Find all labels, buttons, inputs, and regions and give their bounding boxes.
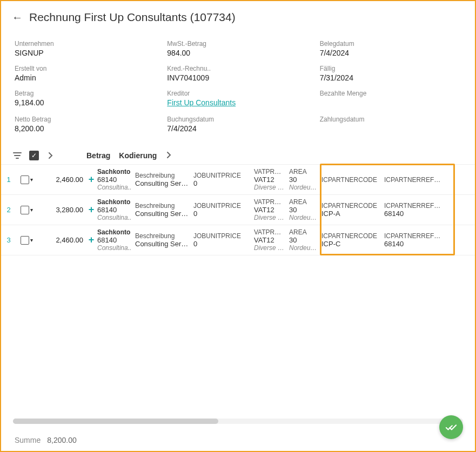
- table-row: 1 ▾ 2,460.00 + Sachkonto 68140 Consultin…: [1, 165, 475, 195]
- footer-sum: Summe 8,200.00: [1, 433, 475, 444]
- cell-description[interactable]: Beschreibung Consulting Servises: [135, 225, 193, 255]
- row-select: ▾: [16, 225, 37, 255]
- cell-area[interactable]: AREA 30 Nordeurop..: [289, 165, 321, 194]
- cell-account[interactable]: Sachkonto 68140 Consultina..: [97, 165, 135, 194]
- label-net: Netto Betrag: [15, 116, 156, 123]
- row-checkbox[interactable]: [21, 236, 29, 245]
- label-pay-date: Zahlungsdatum: [320, 116, 461, 123]
- cell-vatprod[interactable]: VATPROD.. VAT12 Diverse m..: [254, 225, 289, 255]
- label-doc-date: Belegdatum: [320, 40, 461, 48]
- label-company: Unternehmen: [15, 40, 156, 48]
- field-vat-amount: MwSt.-Betrag 984.00: [167, 40, 309, 57]
- value-amount: 9,184.00: [15, 98, 156, 107]
- add-line-button[interactable]: +: [85, 165, 97, 194]
- field-posting-date: Buchungsdatum 7/4/2024: [167, 116, 309, 134]
- cell-jobunitprice[interactable]: JOBUNITPRICE 0: [193, 195, 254, 225]
- cell-icpartnercode[interactable]: ICPARTNERCODE ICP-A: [321, 195, 384, 225]
- table-row: 2 ▾ 3,280.00 + Sachkonto 68140 Consultin…: [1, 195, 475, 225]
- sum-value: 8,200.00: [47, 436, 77, 444]
- cell-area[interactable]: AREA 30 Nordeurop..: [289, 225, 321, 255]
- value-vat-amount: 984.00: [167, 49, 309, 57]
- cell-icpartnerrefer[interactable]: ICPARTNERREFER... 68140: [384, 195, 448, 225]
- label-vat-amount: MwSt.-Betrag: [167, 40, 309, 48]
- header-amount: Betrag: [86, 151, 110, 160]
- filter-icon[interactable]: [12, 150, 23, 161]
- cell-icpartnercode[interactable]: ICPARTNERCODE: [321, 165, 384, 194]
- row-amount: 2,460.00: [37, 225, 85, 255]
- value-due: 7/31/2024: [320, 73, 461, 82]
- value-net: 8,200.00: [15, 124, 156, 133]
- row-checkbox[interactable]: [21, 176, 29, 184]
- row-caret-icon[interactable]: ▾: [30, 237, 33, 243]
- value-cred-inv: INV7041009: [167, 73, 309, 82]
- field-vendor: Kreditor First Up Consultants: [167, 90, 309, 108]
- cell-description[interactable]: Beschreibung Consulting Servises: [135, 195, 193, 225]
- cell-icpartnercode[interactable]: ICPARTNERCODE ICP-C: [321, 225, 384, 255]
- cell-area[interactable]: AREA 30 Nordeurop..: [289, 195, 321, 225]
- label-due: Fällig: [320, 65, 461, 72]
- cell-icpartnerrefer[interactable]: ICPARTNERREFER... 68140: [384, 225, 448, 255]
- label-paid-qty: Bezahlte Menge: [320, 90, 461, 97]
- add-line-button[interactable]: +: [85, 225, 97, 255]
- page-header: ← Rechnung First Up Consultants (107734): [1, 1, 475, 29]
- cell-jobunitprice[interactable]: JOBUNITPRICE 0: [193, 225, 254, 255]
- cell-description[interactable]: Beschreibung Consulting Servises: [135, 165, 193, 194]
- value-paid-qty: [320, 98, 461, 108]
- value-posting-date: 7/4/2024: [167, 124, 309, 133]
- field-created-by: Erstellt von Admin: [15, 65, 156, 82]
- field-amount: Betrag 9,184.00: [15, 90, 156, 108]
- add-line-button[interactable]: +: [85, 195, 97, 225]
- value-company: SIGNUP: [15, 49, 156, 57]
- row-amount: 3,280.00: [37, 195, 85, 225]
- value-created-by: Admin: [15, 73, 156, 82]
- select-all-checkbox[interactable]: ✓: [29, 151, 39, 160]
- value-pay-date: [320, 124, 461, 134]
- field-due: Fällig 7/31/2024: [320, 65, 461, 82]
- lines-grid: 1 ▾ 2,460.00 + Sachkonto 68140 Consultin…: [1, 165, 475, 255]
- scrollbar-thumb[interactable]: [13, 419, 218, 424]
- back-arrow-icon[interactable]: ←: [12, 11, 23, 24]
- cell-account[interactable]: Sachkonto 68140 Consultina..: [97, 225, 135, 255]
- row-number[interactable]: 2: [1, 195, 16, 225]
- horizontal-scrollbar[interactable]: [13, 419, 463, 424]
- row-caret-icon[interactable]: ▾: [30, 177, 33, 183]
- field-cred-inv: Kred.-Rechnu.. INV7041009: [167, 65, 309, 82]
- field-pay-date: Zahlungsdatum: [320, 116, 461, 134]
- cell-vatprod[interactable]: VATPROD.. VAT12 Diverse m..: [254, 195, 289, 225]
- coding-expand-icon[interactable]: [166, 151, 172, 160]
- field-doc-date: Belegdatum 7/4/2024: [320, 40, 461, 57]
- details-panel: Unternehmen SIGNUP MwSt.-Betrag 984.00 B…: [1, 29, 475, 150]
- cell-jobunitprice[interactable]: JOBUNITPRICE 0: [193, 165, 254, 194]
- lines-toolbar: ✓ Betrag Kodierung: [1, 150, 475, 165]
- chevron-right-icon[interactable]: [45, 150, 56, 161]
- double-check-icon: [445, 421, 457, 433]
- field-company: Unternehmen SIGNUP: [15, 40, 156, 57]
- label-amount: Betrag: [15, 90, 156, 97]
- label-posting-date: Buchungsdatum: [167, 116, 309, 123]
- value-doc-date: 7/4/2024: [320, 49, 461, 57]
- row-caret-icon[interactable]: ▾: [30, 207, 33, 213]
- cell-icpartnerrefer[interactable]: ICPARTNERREFER...: [384, 165, 448, 194]
- header-coding: Kodierung: [119, 151, 157, 160]
- cell-account[interactable]: Sachkonto 68140 Consultina..: [97, 195, 135, 225]
- row-number[interactable]: 3: [1, 225, 16, 255]
- approve-fab-button[interactable]: [439, 415, 463, 439]
- page-title: Rechnung First Up Consultants (107734): [29, 11, 236, 24]
- cell-vatprod[interactable]: VATPROD.. VAT12 Diverse m..: [254, 165, 289, 194]
- label-created-by: Erstellt von: [15, 65, 156, 72]
- table-row: 3 ▾ 2,460.00 + Sachkonto 68140 Consultin…: [1, 225, 475, 255]
- row-amount: 2,460.00: [37, 165, 85, 194]
- sum-label: Summe: [15, 436, 41, 444]
- label-vendor: Kreditor: [167, 90, 309, 97]
- row-select: ▾: [16, 195, 37, 225]
- link-vendor[interactable]: First Up Consultants: [167, 98, 309, 107]
- field-net: Netto Betrag 8,200.00: [15, 116, 156, 134]
- row-checkbox[interactable]: [21, 206, 29, 214]
- row-select: ▾: [16, 165, 37, 194]
- row-number[interactable]: 1: [1, 165, 16, 194]
- label-cred-inv: Kred.-Rechnu..: [167, 65, 309, 72]
- field-paid-qty: Bezahlte Menge: [320, 90, 461, 108]
